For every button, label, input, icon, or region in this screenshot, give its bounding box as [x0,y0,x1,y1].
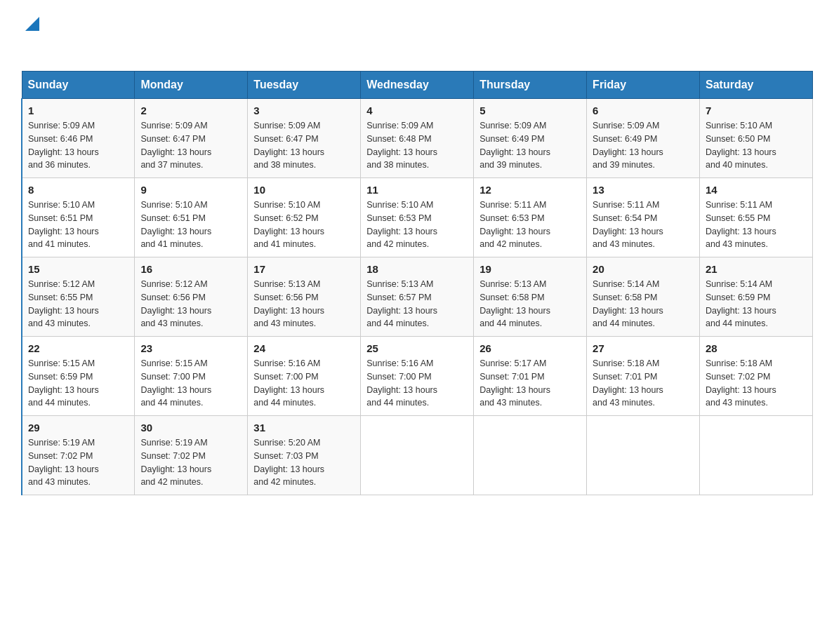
calendar-header-row: SundayMondayTuesdayWednesdayThursdayFrid… [22,72,813,99]
day-number: 7 [706,105,807,116]
calendar-cell: 31 Sunrise: 5:20 AM Sunset: 7:03 PM Dayl… [248,416,361,495]
calendar-cell: 5 Sunrise: 5:09 AM Sunset: 6:49 PM Dayli… [474,99,587,178]
day-number: 24 [253,342,355,354]
day-number: 9 [140,184,241,196]
day-info: Sunrise: 5:11 AM Sunset: 6:55 PM Dayligh… [706,199,807,251]
day-header-wednesday: Wednesday [361,72,474,99]
day-number: 10 [253,184,355,196]
day-number: 21 [706,263,807,275]
calendar-cell: 11 Sunrise: 5:10 AM Sunset: 6:53 PM Dayl… [361,178,474,257]
day-number: 22 [28,342,128,354]
day-info: Sunrise: 5:16 AM Sunset: 7:00 PM Dayligh… [253,357,355,410]
calendar-cell: 20 Sunrise: 5:14 AM Sunset: 6:58 PM Dayl… [587,257,700,337]
day-info: Sunrise: 5:20 AM Sunset: 7:03 PM Dayligh… [253,436,355,489]
calendar-cell: 17 Sunrise: 5:13 AM Sunset: 6:56 PM Dayl… [248,257,361,337]
day-info: Sunrise: 5:10 AM Sunset: 6:51 PM Dayligh… [140,199,241,251]
calendar-cell: 30 Sunrise: 5:19 AM Sunset: 7:02 PM Dayl… [135,416,248,495]
calendar-cell: 3 Sunrise: 5:09 AM Sunset: 6:47 PM Dayli… [248,99,361,178]
day-info: Sunrise: 5:15 AM Sunset: 7:00 PM Dayligh… [140,357,241,410]
calendar-cell: 10 Sunrise: 5:10 AM Sunset: 6:52 PM Dayl… [248,178,361,257]
day-number: 25 [366,342,468,354]
day-info: Sunrise: 5:14 AM Sunset: 6:58 PM Dayligh… [593,278,694,330]
calendar-cell: 19 Sunrise: 5:13 AM Sunset: 6:58 PM Dayl… [474,257,587,337]
calendar-cell: 15 Sunrise: 5:12 AM Sunset: 6:55 PM Dayl… [22,257,135,337]
calendar-cell: 24 Sunrise: 5:16 AM Sunset: 7:00 PM Dayl… [248,337,361,416]
svg-marker-0 [25,17,39,31]
calendar-week-row: 1 Sunrise: 5:09 AM Sunset: 6:46 PM Dayli… [22,99,813,178]
day-number: 30 [140,422,241,434]
calendar-cell: 7 Sunrise: 5:10 AM Sunset: 6:50 PM Dayli… [700,99,813,178]
day-number: 27 [593,342,694,354]
calendar-cell: 23 Sunrise: 5:15 AM Sunset: 7:00 PM Dayl… [135,337,248,416]
day-number: 31 [253,422,355,434]
day-number: 17 [253,263,355,275]
calendar-cell [361,416,474,495]
calendar-cell: 6 Sunrise: 5:09 AM Sunset: 6:49 PM Dayli… [587,99,700,178]
day-info: Sunrise: 5:14 AM Sunset: 6:59 PM Dayligh… [706,278,807,330]
calendar-cell: 21 Sunrise: 5:14 AM Sunset: 6:59 PM Dayl… [700,257,813,337]
calendar-cell [700,416,813,495]
day-number: 29 [28,422,128,434]
day-info: Sunrise: 5:19 AM Sunset: 7:02 PM Dayligh… [140,436,241,489]
logo-triangle-icon [22,14,42,34]
calendar-cell: 14 Sunrise: 5:11 AM Sunset: 6:55 PM Dayl… [700,178,813,257]
calendar-cell: 12 Sunrise: 5:11 AM Sunset: 6:53 PM Dayl… [474,178,587,257]
day-header-saturday: Saturday [700,72,813,99]
day-info: Sunrise: 5:10 AM Sunset: 6:50 PM Dayligh… [706,119,807,172]
day-number: 23 [140,342,241,354]
day-info: Sunrise: 5:18 AM Sunset: 7:01 PM Dayligh… [593,357,694,410]
day-number: 11 [366,184,468,196]
day-info: Sunrise: 5:09 AM Sunset: 6:48 PM Dayligh… [366,119,468,172]
day-number: 12 [479,184,581,196]
calendar-cell: 22 Sunrise: 5:15 AM Sunset: 6:59 PM Dayl… [22,337,135,416]
day-info: Sunrise: 5:13 AM Sunset: 6:58 PM Dayligh… [479,278,581,330]
day-info: Sunrise: 5:15 AM Sunset: 6:59 PM Dayligh… [28,357,128,410]
calendar-table: SundayMondayTuesdayWednesdayThursdayFrid… [21,71,813,495]
day-header-thursday: Thursday [474,72,587,99]
day-header-sunday: Sunday [22,72,135,99]
calendar-week-row: 15 Sunrise: 5:12 AM Sunset: 6:55 PM Dayl… [22,257,813,337]
calendar-cell [587,416,700,495]
day-number: 18 [366,263,468,275]
calendar-week-row: 22 Sunrise: 5:15 AM Sunset: 6:59 PM Dayl… [22,337,813,416]
day-info: Sunrise: 5:17 AM Sunset: 7:01 PM Dayligh… [479,357,581,410]
day-number: 20 [593,263,694,275]
day-info: Sunrise: 5:09 AM Sunset: 6:47 PM Dayligh… [140,119,241,172]
day-info: Sunrise: 5:12 AM Sunset: 6:55 PM Dayligh… [28,278,128,330]
day-number: 14 [706,184,807,196]
day-number: 1 [28,105,128,116]
day-info: Sunrise: 5:13 AM Sunset: 6:56 PM Dayligh… [253,278,355,330]
day-number: 15 [28,263,128,275]
day-number: 4 [366,105,468,116]
calendar-week-row: 8 Sunrise: 5:10 AM Sunset: 6:51 PM Dayli… [22,178,813,257]
calendar-cell: 25 Sunrise: 5:16 AM Sunset: 7:00 PM Dayl… [361,337,474,416]
day-info: Sunrise: 5:11 AM Sunset: 6:53 PM Dayligh… [479,199,581,251]
calendar-cell: 27 Sunrise: 5:18 AM Sunset: 7:01 PM Dayl… [587,337,700,416]
calendar-cell: 4 Sunrise: 5:09 AM Sunset: 6:48 PM Dayli… [361,99,474,178]
day-number: 28 [706,342,807,354]
calendar-cell: 29 Sunrise: 5:19 AM Sunset: 7:02 PM Dayl… [22,416,135,495]
calendar-cell: 8 Sunrise: 5:10 AM Sunset: 6:51 PM Dayli… [22,178,135,257]
calendar-cell: 26 Sunrise: 5:17 AM Sunset: 7:01 PM Dayl… [474,337,587,416]
calendar-cell: 2 Sunrise: 5:09 AM Sunset: 6:47 PM Dayli… [135,99,248,178]
calendar-week-row: 29 Sunrise: 5:19 AM Sunset: 7:02 PM Dayl… [22,416,813,495]
day-info: Sunrise: 5:10 AM Sunset: 6:51 PM Dayligh… [28,199,128,251]
page-header [21,14,813,58]
day-info: Sunrise: 5:13 AM Sunset: 6:57 PM Dayligh… [366,278,468,330]
day-header-friday: Friday [587,72,700,99]
calendar-cell: 18 Sunrise: 5:13 AM Sunset: 6:57 PM Dayl… [361,257,474,337]
day-info: Sunrise: 5:09 AM Sunset: 6:46 PM Dayligh… [28,119,128,172]
day-info: Sunrise: 5:10 AM Sunset: 6:53 PM Dayligh… [366,199,468,251]
day-info: Sunrise: 5:09 AM Sunset: 6:47 PM Dayligh… [253,119,355,172]
day-info: Sunrise: 5:10 AM Sunset: 6:52 PM Dayligh… [253,199,355,251]
day-number: 13 [593,184,694,196]
day-number: 16 [140,263,241,275]
day-number: 6 [593,105,694,116]
day-info: Sunrise: 5:16 AM Sunset: 7:00 PM Dayligh… [366,357,468,410]
day-info: Sunrise: 5:09 AM Sunset: 6:49 PM Dayligh… [479,119,581,172]
day-info: Sunrise: 5:19 AM Sunset: 7:02 PM Dayligh… [28,436,128,489]
calendar-cell: 16 Sunrise: 5:12 AM Sunset: 6:56 PM Dayl… [135,257,248,337]
calendar-cell: 9 Sunrise: 5:10 AM Sunset: 6:51 PM Dayli… [135,178,248,257]
calendar-cell: 28 Sunrise: 5:18 AM Sunset: 7:02 PM Dayl… [700,337,813,416]
day-number: 26 [479,342,581,354]
